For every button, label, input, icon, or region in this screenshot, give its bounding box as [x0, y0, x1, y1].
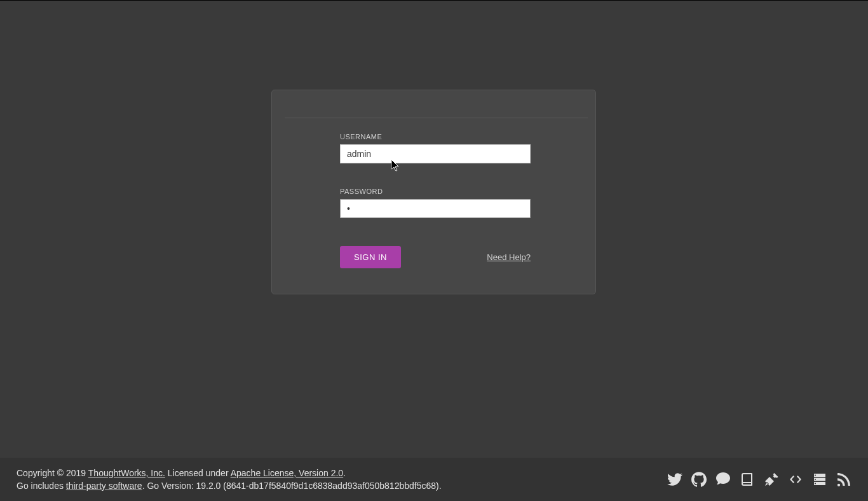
code-icon[interactable]: [788, 472, 803, 487]
action-row: SIGN IN Need Help?: [340, 246, 531, 268]
license-prefix: Licensed under: [165, 468, 231, 478]
plug-icon[interactable]: [764, 472, 779, 487]
twitter-icon[interactable]: [667, 472, 682, 487]
username-label: USERNAME: [340, 133, 527, 141]
password-input[interactable]: [340, 199, 531, 218]
license-suffix: .: [343, 468, 346, 478]
version-text: . Go Version: 19.2.0 (8641-db17f5840f9d1…: [142, 481, 442, 491]
footer-icons: [667, 472, 851, 487]
license-link[interactable]: Apache License, Version 2.0: [231, 468, 343, 478]
github-icon[interactable]: [691, 472, 707, 487]
copyright-prefix: Copyright © 2019: [17, 468, 88, 478]
login-card: USERNAME PASSWORD SIGN IN Need Help?: [271, 90, 596, 294]
card-divider: [285, 118, 588, 118]
server-icon[interactable]: [812, 472, 827, 487]
go-includes-prefix: Go includes: [17, 481, 66, 491]
top-bar: [0, 0, 868, 1]
username-group: USERNAME: [340, 133, 527, 163]
company-link[interactable]: ThoughtWorks, Inc.: [88, 468, 165, 478]
password-label: PASSWORD: [340, 188, 527, 195]
chat-icon[interactable]: [715, 472, 731, 487]
footer: Copyright © 2019 ThoughtWorks, Inc. Lice…: [0, 458, 868, 501]
password-group: PASSWORD: [340, 188, 527, 218]
third-party-link[interactable]: third-party software: [66, 481, 142, 491]
login-form: USERNAME PASSWORD SIGN IN Need Help?: [340, 133, 527, 268]
copyright-line: Copyright © 2019 ThoughtWorks, Inc. Lice…: [17, 467, 442, 479]
username-input[interactable]: [340, 144, 531, 163]
version-line: Go includes third-party software. Go Ver…: [17, 479, 442, 492]
book-icon[interactable]: [740, 472, 755, 487]
rss-icon[interactable]: [836, 472, 851, 487]
footer-text: Copyright © 2019 ThoughtWorks, Inc. Lice…: [17, 467, 442, 492]
need-help-link[interactable]: Need Help?: [487, 252, 531, 262]
signin-button[interactable]: SIGN IN: [340, 246, 401, 268]
